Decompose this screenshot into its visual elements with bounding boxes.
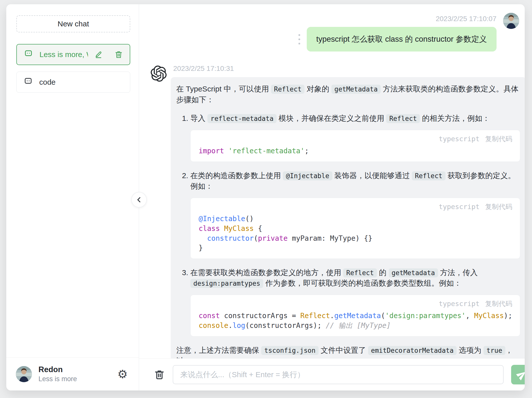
new-chat-button[interactable]: New chat bbox=[16, 15, 130, 32]
chat-area: 2023/2/25 17:10:07 typescript 怎么获取 class… bbox=[139, 4, 525, 390]
chat-list-item-active[interactable]: Less is more, Wor... bbox=[16, 44, 130, 65]
clear-chat-trash-icon[interactable] bbox=[154, 369, 165, 380]
list-item: 在需要获取类构造函数参数定义的地方，使用 Reflect 的 getMetada… bbox=[190, 267, 520, 336]
chat-title: Less is more, Wor... bbox=[39, 50, 88, 59]
inline-code: getMetadata bbox=[389, 268, 438, 277]
user-message: 2023/2/25 17:10:07 typescript 怎么获取 class… bbox=[151, 13, 525, 52]
chat-bubble-icon bbox=[24, 77, 33, 88]
message-timestamp: 2023/2/25 17:10:07 bbox=[436, 15, 496, 23]
inline-code: Reflect bbox=[386, 114, 420, 123]
openai-logo-icon bbox=[151, 62, 167, 358]
copy-code-button[interactable]: 复制代码 bbox=[485, 202, 512, 212]
steps-list: 导入 reflect-metadata 模块，并确保在类定义之前使用 Refle… bbox=[176, 113, 520, 336]
message-input[interactable] bbox=[173, 365, 504, 384]
code-language-label: typescript bbox=[439, 299, 480, 309]
message-list: 2023/2/25 17:10:07 typescript 怎么获取 class… bbox=[139, 4, 525, 358]
inline-code: true bbox=[483, 346, 505, 355]
inline-code: Reflect bbox=[412, 171, 446, 180]
send-plane-icon bbox=[516, 369, 525, 380]
list-item: 在类的构造函数参数上使用 @Injectable 装饰器，以便能够通过 Refl… bbox=[190, 170, 520, 259]
edit-icon[interactable] bbox=[95, 51, 103, 59]
inline-code: Reflect bbox=[343, 268, 377, 277]
assistant-message: 2023/2/25 17:10:31 在 TypeScript 中，可以使用 R… bbox=[151, 62, 525, 358]
composer bbox=[139, 358, 525, 390]
code-language-label: typescript bbox=[439, 134, 480, 144]
inline-code: Reflect bbox=[271, 85, 305, 94]
profile-name: Redon bbox=[38, 365, 111, 374]
user-avatar bbox=[503, 13, 519, 29]
inline-code: @Injectable bbox=[283, 171, 332, 180]
chat-list-item[interactable]: code bbox=[16, 72, 130, 93]
sidebar: New chat Less is more, Wor... bbox=[6, 4, 139, 390]
inline-code: emitDecoratorMetadata bbox=[368, 346, 457, 355]
message-timestamp: 2023/2/25 17:10:31 bbox=[173, 65, 525, 73]
trash-icon[interactable] bbox=[115, 51, 123, 59]
code-block: typescript 复制代码 import 'reflect-metadata… bbox=[190, 130, 520, 162]
chat-bubble-icon bbox=[24, 49, 33, 60]
profile-subtitle: Less is more bbox=[38, 375, 111, 383]
profile-section: Redon Less is more ⚙ bbox=[6, 357, 139, 390]
profile-meta: Redon Less is more bbox=[38, 365, 111, 383]
inline-code: design:paramtypes bbox=[190, 279, 263, 288]
sidebar-collapse-button[interactable] bbox=[131, 192, 147, 208]
app-window: New chat Less is more, Wor... bbox=[6, 4, 525, 390]
copy-code-button[interactable]: 复制代码 bbox=[485, 134, 512, 144]
gear-icon[interactable]: ⚙ bbox=[117, 368, 128, 380]
paragraph: 注意，上述方法需要确保 tsconfig.json 文件中设置了 emitDec… bbox=[176, 345, 520, 358]
chat-title: code bbox=[39, 78, 123, 86]
code-block: typescript 复制代码 @Injectable() class MyCl… bbox=[190, 198, 520, 259]
code-content: @Injectable() class MyClass { constructo… bbox=[199, 214, 512, 253]
code-language-label: typescript bbox=[439, 202, 480, 212]
copy-code-button[interactable]: 复制代码 bbox=[485, 299, 512, 309]
list-item: 导入 reflect-metadata 模块，并确保在类定义之前使用 Refle… bbox=[190, 113, 520, 162]
inline-code: reflect-metadata bbox=[207, 114, 276, 123]
message-menu-icon[interactable] bbox=[297, 33, 302, 46]
user-message-bubble: typescript 怎么获取 class 的 constructor 参数定义 bbox=[307, 27, 497, 52]
chevron-left-icon bbox=[135, 195, 143, 204]
chat-list: New chat Less is more, Wor... bbox=[6, 4, 139, 357]
code-content: import 'reflect-metadata'; bbox=[199, 146, 512, 156]
inline-code: tsconfig.json bbox=[261, 346, 319, 355]
inline-code: getMetadata bbox=[331, 85, 381, 94]
profile-avatar[interactable] bbox=[16, 366, 32, 382]
paragraph: 在 TypeScript 中，可以使用 Reflect 对象的 getMetad… bbox=[176, 84, 520, 105]
send-button[interactable] bbox=[511, 365, 525, 384]
assistant-message-bubble: 在 TypeScript 中，可以使用 Reflect 对象的 getMetad… bbox=[171, 77, 525, 358]
code-block: typescript 复制代码 const constructorArgs = … bbox=[190, 295, 520, 336]
code-content: const constructorArgs = Reflect.getMetad… bbox=[199, 311, 512, 330]
